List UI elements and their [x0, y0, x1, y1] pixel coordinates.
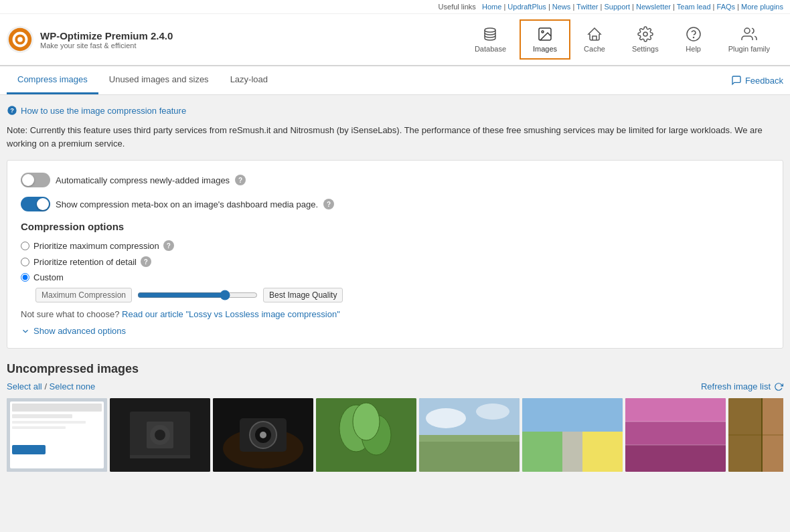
radio-max-compression-input[interactable] — [21, 242, 29, 250]
link-twitter[interactable]: Twitter — [576, 3, 598, 11]
image-thumb-6[interactable] — [625, 398, 726, 472]
plugin-logo: WP-Optimize Premium 2.4.0 Make your site… — [7, 26, 461, 53]
nav-images-label: Images — [533, 45, 557, 53]
camera-room-img — [110, 398, 210, 472]
nav-plugin-family[interactable]: Plugin family — [715, 19, 783, 60]
help-article-link[interactable]: ? How to use the image compression featu… — [7, 105, 783, 116]
link-updraftplus[interactable]: UpdraftPlus — [507, 3, 546, 11]
link-newsletter[interactable]: Newsletter — [636, 3, 671, 11]
images-icon — [537, 26, 553, 42]
quality-slider[interactable] — [137, 290, 258, 300]
svg-rect-38 — [419, 442, 520, 472]
slider-min-label: Maximum Compression — [35, 288, 132, 302]
tab-unused-images[interactable]: Unused images and sizes — [98, 66, 220, 94]
nav-cache[interactable]: Cache — [570, 19, 619, 60]
help-link-text: How to use the image compression feature — [21, 106, 186, 116]
link-more-plugins[interactable]: More plugins — [741, 3, 783, 11]
retention-help-icon[interactable]: ? — [141, 256, 151, 267]
feedback-icon — [731, 75, 742, 86]
meta-box-toggle[interactable] — [21, 197, 50, 211]
feedback-label: Feedback — [745, 76, 783, 86]
link-teamlead[interactable]: Team lead — [677, 3, 711, 11]
radio-retention-input[interactable] — [21, 258, 29, 266]
svg-rect-17 — [12, 421, 86, 424]
useful-links-bar: Useful links Home | UpdraftPlus | News |… — [0, 0, 790, 14]
svg-point-39 — [426, 408, 466, 428]
database-icon — [482, 26, 498, 42]
svg-point-35 — [353, 403, 380, 440]
plugin-logo-icon — [7, 26, 33, 53]
nav-database[interactable]: Database — [461, 19, 520, 60]
nav-cache-label: Cache — [584, 45, 605, 53]
quality-slider-row: Maximum Compression Best Image Quality — [35, 288, 769, 302]
refresh-image-list[interactable]: Refresh image list — [701, 381, 783, 391]
svg-rect-19 — [12, 445, 46, 454]
svg-rect-44 — [562, 432, 582, 472]
tab-lazy-load[interactable]: Lazy-load — [220, 66, 279, 94]
screenshot-preview — [7, 398, 107, 472]
max-compression-help-icon[interactable]: ? — [163, 240, 174, 251]
refresh-label: Refresh image list — [701, 381, 771, 391]
svg-rect-46 — [582, 432, 623, 472]
link-support[interactable]: Support — [605, 3, 631, 11]
image-thumb-5[interactable] — [522, 398, 623, 472]
svg-rect-18 — [12, 426, 66, 429]
radio-custom-label: Custom — [33, 272, 64, 282]
svg-point-9 — [693, 37, 694, 38]
radio-max-compression: Prioritize maximum compression ? — [21, 240, 769, 251]
svg-text:?: ? — [10, 107, 14, 114]
image-thumb-0[interactable] — [7, 398, 107, 472]
road-img — [522, 398, 623, 472]
compression-options-title: Compression options — [21, 221, 769, 232]
uncompressed-section: Uncompressed images Select all / Select … — [7, 362, 783, 472]
image-thumb-1[interactable] — [110, 398, 210, 472]
pink-wall-img — [625, 398, 726, 472]
svg-rect-25 — [130, 455, 190, 458]
plugin-name: WP-Optimize Premium 2.4.0 — [40, 30, 173, 41]
help-icon — [686, 26, 702, 42]
select-all-link[interactable]: Select all — [7, 381, 42, 391]
cache-icon — [586, 26, 603, 42]
feedback-button[interactable]: Feedback — [731, 75, 783, 86]
brown-texture-img — [728, 398, 783, 472]
image-grid — [7, 398, 783, 472]
radio-retention-label: Prioritize retention of detail — [33, 257, 137, 267]
link-home[interactable]: Home — [482, 3, 501, 11]
svg-rect-45 — [522, 432, 562, 472]
svg-rect-42 — [522, 398, 623, 432]
nav-images[interactable]: Images — [520, 19, 570, 60]
tab-compress-images[interactable]: Compress images — [7, 66, 98, 94]
image-thumb-7[interactable] — [728, 398, 783, 472]
nav-help-label: Help — [686, 45, 701, 53]
plugin-family-icon — [741, 26, 757, 42]
radio-custom-input[interactable] — [21, 273, 29, 282]
auto-compress-help-icon[interactable]: ? — [235, 175, 246, 185]
svg-point-3 — [17, 37, 23, 42]
plant-img — [316, 398, 416, 472]
article-link-row: Not sure what to choose? Read our articl… — [21, 309, 769, 319]
images-actions: Select all / Select none Refresh image l… — [7, 381, 783, 391]
nav-help[interactable]: Help — [672, 19, 715, 60]
settings-box: Automatically compress newly-added image… — [7, 160, 783, 349]
auto-compress-toggle[interactable] — [21, 173, 50, 187]
nav-settings[interactable]: Settings — [619, 19, 672, 60]
image-thumb-3[interactable] — [316, 398, 416, 472]
meta-box-help-icon[interactable]: ? — [323, 199, 334, 209]
svg-point-8 — [687, 27, 700, 41]
radio-max-compression-label: Prioritize maximum compression — [33, 241, 159, 251]
nav-settings-label: Settings — [632, 45, 659, 53]
svg-rect-15 — [12, 404, 102, 412]
svg-point-6 — [542, 31, 544, 33]
meta-box-toggle-row: Show compression meta-box on an image's … — [21, 197, 769, 211]
image-thumb-2[interactable] — [213, 398, 313, 472]
select-none-link[interactable]: Select none — [50, 381, 96, 391]
separator: / — [44, 381, 49, 391]
plugin-header: WP-Optimize Premium 2.4.0 Make your site… — [0, 14, 790, 66]
link-news[interactable]: News — [552, 3, 571, 11]
meta-box-label: Show compression meta-box on an image's … — [56, 199, 318, 209]
image-thumb-4[interactable] — [419, 398, 520, 472]
advanced-options-toggle[interactable]: Show advanced options — [21, 326, 769, 336]
svg-point-40 — [476, 404, 509, 420]
article-link[interactable]: Read our article "Lossy vs Lossless imag… — [122, 309, 340, 319]
link-faqs[interactable]: FAQs — [717, 3, 736, 11]
